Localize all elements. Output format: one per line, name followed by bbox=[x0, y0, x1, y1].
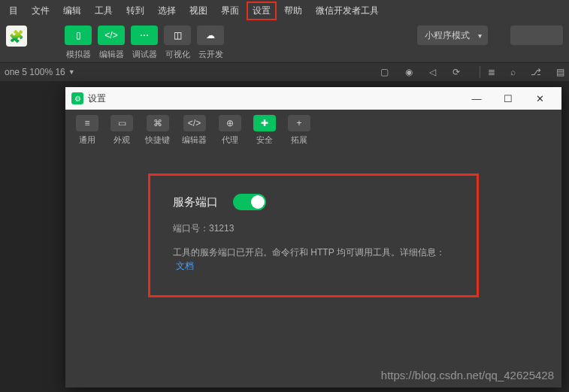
phone-icon: ▯ bbox=[65, 26, 92, 45]
list-icon[interactable]: ≣ bbox=[488, 67, 495, 77]
tab-外观[interactable]: ▭外观 bbox=[106, 112, 138, 149]
page-icons: ≣ ⌕ ⎇ ▤ bbox=[488, 67, 564, 77]
search-icon[interactable]: ⌕ bbox=[510, 67, 516, 77]
window-titlebar: ⚙ 设置 — ☐ ✕ bbox=[65, 87, 561, 110]
tab-安全[interactable]: ✚安全 bbox=[249, 112, 280, 149]
phone-icon[interactable]: ▢ bbox=[380, 67, 389, 77]
menu-转到[interactable]: 转到 bbox=[120, 2, 150, 20]
外观-icon: ▭ bbox=[110, 115, 133, 131]
menu-设置[interactable]: 设置 bbox=[247, 2, 277, 20]
description-text: 工具的服务端口已开启。命令行和 HTTP 均可调用工具。详细信息： bbox=[173, 247, 445, 258]
menu-目[interactable]: 目 bbox=[3, 2, 24, 20]
tool-label: 编辑器 bbox=[99, 49, 124, 60]
compile-button[interactable] bbox=[510, 26, 563, 45]
menu-工具[interactable]: 工具 bbox=[89, 2, 119, 20]
mode-select-label: 小程序模式 bbox=[425, 29, 470, 42]
watermark: https://blog.csdn.net/qq_42625428 bbox=[381, 369, 554, 381]
visual-icon: ◫ bbox=[164, 26, 191, 45]
tool-label: 模拟器 bbox=[66, 49, 91, 60]
docs-link[interactable]: 文档 bbox=[176, 261, 194, 271]
menu-文件[interactable]: 文件 bbox=[26, 2, 56, 20]
tab-代理[interactable]: ⊕代理 bbox=[214, 112, 246, 149]
通用-icon: ≡ bbox=[76, 115, 98, 131]
port-label: 端口号： bbox=[173, 223, 209, 234]
settings-tabs: ≡通用▭外观⌘快捷键</>编辑器⊕代理✚安全+拓展 bbox=[65, 110, 561, 151]
menu-界面[interactable]: 界面 bbox=[215, 2, 245, 20]
port-line: 端口号：31213 bbox=[173, 222, 454, 235]
安全-icon: ✚ bbox=[253, 115, 276, 131]
service-port-title: 服务端口 bbox=[173, 195, 218, 210]
tool-编辑器[interactable]: </>编辑器 bbox=[98, 26, 125, 60]
menu-视图[interactable]: 视图 bbox=[183, 2, 213, 20]
tool-可视化[interactable]: ◫可视化 bbox=[164, 26, 191, 60]
main-toolbar: 🧩 ▯模拟器</>编辑器⋯调试器◫可视化☁云开发 小程序模式 bbox=[0, 21, 569, 63]
description-line: 工具的服务端口已开启。命令行和 HTTP 均可调用工具。详细信息：文档 bbox=[173, 246, 454, 273]
tab-label: 代理 bbox=[222, 134, 238, 146]
maximize-button[interactable]: ☐ bbox=[492, 87, 524, 110]
toggle-knob bbox=[251, 195, 265, 209]
menu-选择[interactable]: 选择 bbox=[152, 2, 182, 20]
settings-icon: ⚙ bbox=[71, 92, 83, 104]
tab-label: 安全 bbox=[256, 134, 273, 146]
tool-云开发[interactable]: ☁云开发 bbox=[197, 26, 224, 60]
tool-label: 可视化 bbox=[165, 49, 190, 60]
branch-icon[interactable]: ⎇ bbox=[531, 67, 541, 77]
tab-label: 拓展 bbox=[291, 134, 307, 146]
编辑器-icon: </> bbox=[183, 115, 206, 131]
statusbar: one 5 100% 16 ▼ ▢ ◉ ◁ ⟳ ≣ ⌕ ⎇ ▤ bbox=[0, 63, 569, 81]
app-logo: 🧩 bbox=[6, 26, 27, 47]
menu-微信开发者工具[interactable]: 微信开发者工具 bbox=[310, 2, 385, 20]
refresh-icon[interactable]: ⟳ bbox=[452, 67, 460, 77]
tab-label: 编辑器 bbox=[182, 134, 207, 146]
cloud-icon: ☁ bbox=[197, 26, 224, 45]
record-icon[interactable]: ◉ bbox=[405, 67, 413, 77]
tab-编辑器[interactable]: </>编辑器 bbox=[177, 112, 211, 149]
security-highlight-box: 服务端口 端口号：31213 工具的服务端口已开启。命令行和 HTTP 均可调用… bbox=[148, 173, 479, 297]
快捷键-icon: ⌘ bbox=[147, 115, 169, 131]
service-port-toggle[interactable] bbox=[233, 194, 266, 210]
window-title: 设置 bbox=[88, 92, 106, 105]
send-icon[interactable]: ◁ bbox=[429, 67, 436, 77]
settings-window: ⚙ 设置 — ☐ ✕ ≡通用▭外观⌘快捷键</>编辑器⊕代理✚安全+拓展 服务端… bbox=[65, 87, 561, 387]
tool-label: 调试器 bbox=[132, 49, 157, 60]
tool-模拟器[interactable]: ▯模拟器 bbox=[65, 26, 92, 60]
port-value: 31213 bbox=[209, 223, 234, 234]
tab-label: 通用 bbox=[79, 134, 95, 146]
divider bbox=[480, 66, 480, 78]
tab-通用[interactable]: ≡通用 bbox=[71, 112, 103, 149]
chevron-down-icon[interactable]: ▼ bbox=[68, 68, 75, 76]
tab-快捷键[interactable]: ⌘快捷键 bbox=[141, 112, 174, 149]
device-info: one 5 100% 16 bbox=[5, 67, 65, 77]
拓展-icon: + bbox=[288, 115, 310, 131]
tab-拓展[interactable]: +拓展 bbox=[283, 112, 315, 149]
bug-icon: ⋯ bbox=[131, 26, 158, 45]
代理-icon: ⊕ bbox=[219, 115, 241, 131]
code-icon: </> bbox=[98, 26, 125, 45]
tool-调试器[interactable]: ⋯调试器 bbox=[131, 26, 158, 60]
mode-select[interactable]: 小程序模式 bbox=[417, 26, 488, 45]
menubar: 目文件编辑工具转到选择视图界面设置帮助微信开发者工具 bbox=[0, 0, 569, 21]
panel-icon[interactable]: ▤ bbox=[556, 67, 564, 77]
settings-body: 服务端口 端口号：31213 工具的服务端口已开启。命令行和 HTTP 均可调用… bbox=[65, 151, 561, 387]
tab-label: 外观 bbox=[113, 134, 130, 146]
status-icons: ▢ ◉ ◁ ⟳ bbox=[380, 67, 460, 77]
menu-编辑[interactable]: 编辑 bbox=[57, 2, 87, 20]
minimize-button[interactable]: — bbox=[461, 87, 492, 110]
tool-label: 云开发 bbox=[198, 49, 223, 60]
tab-label: 快捷键 bbox=[145, 134, 170, 146]
close-button[interactable]: ✕ bbox=[524, 87, 555, 110]
menu-帮助[interactable]: 帮助 bbox=[278, 2, 308, 20]
